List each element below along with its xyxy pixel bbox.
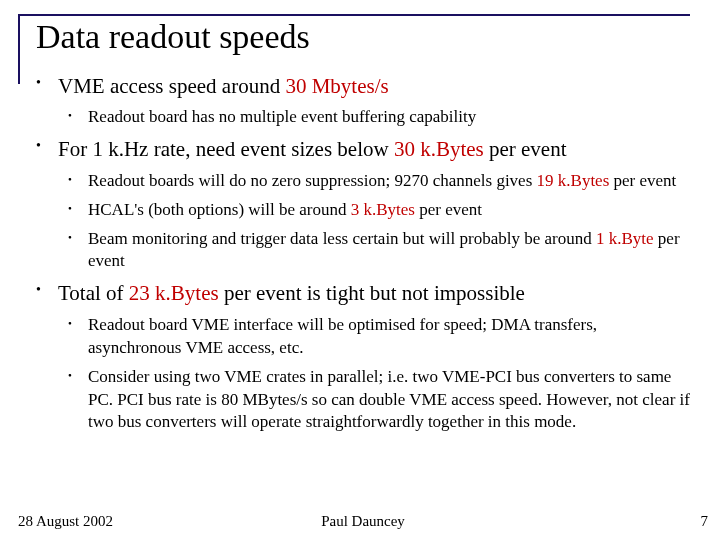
highlight: 19 k.Bytes [537,171,610,190]
bullet-3: Total of 23 k.Bytes per event is tight b… [32,279,692,434]
highlight: 1 k.Byte [596,229,654,248]
highlight: 23 k.Bytes [129,281,219,305]
text: per event [609,171,676,190]
text: Readout boards will do no zero suppressi… [88,171,537,190]
highlight: 30 Mbytes/s [285,74,388,98]
title-rule-top [18,14,690,16]
sub-bullet: Readout board has no multiple event buff… [58,106,692,129]
highlight: 30 k.Bytes [394,137,484,161]
text: per event [484,137,567,161]
sub-bullet: Readout boards will do no zero suppressi… [58,170,692,193]
footer-author: Paul Dauncey [18,513,708,530]
sub-list: Readout board has no multiple event buff… [58,106,692,129]
sub-list: Readout board VME interface will be opti… [58,314,692,435]
text: per event [415,200,482,219]
footer: 28 August 2002 Paul Dauncey 7 [18,513,708,530]
sub-bullet: Readout board VME interface will be opti… [58,314,692,360]
text: Total of [58,281,129,305]
slide-body: VME access speed around 30 Mbytes/s Read… [32,72,692,440]
bullet-list: VME access speed around 30 Mbytes/s Read… [32,72,692,434]
sub-bullet: HCAL's (both options) will be around 3 k… [58,199,692,222]
title-rule-left [18,14,20,84]
text: For 1 k.Hz rate, need event sizes below [58,137,394,161]
bullet-2: For 1 k.Hz rate, need event sizes below … [32,135,692,273]
text: VME access speed around [58,74,285,98]
highlight: 3 k.Bytes [351,200,415,219]
slide-title: Data readout speeds [36,18,310,56]
sub-bullet: Beam monitoring and trigger data less ce… [58,228,692,274]
bullet-1: VME access speed around 30 Mbytes/s Read… [32,72,692,129]
slide: Data readout speeds VME access speed aro… [0,0,720,540]
text: HCAL's (both options) will be around [88,200,351,219]
text: per event is tight but not impossible [219,281,525,305]
text: Beam monitoring and trigger data less ce… [88,229,596,248]
sub-list: Readout boards will do no zero suppressi… [58,170,692,274]
sub-bullet: Consider using two VME crates in paralle… [58,366,692,435]
